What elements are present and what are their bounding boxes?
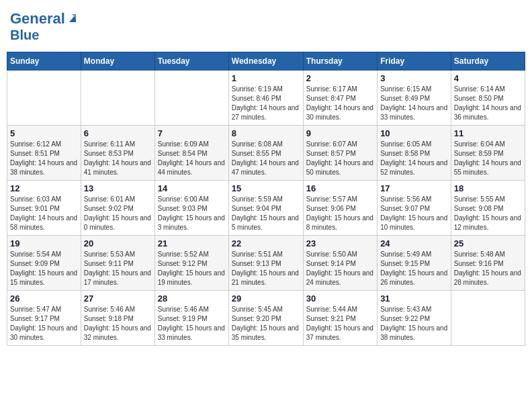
day-number: 2 [306,73,374,83]
calendar-header-row: SundayMondayTuesdayWednesdayThursdayFrid… [7,52,525,71]
calendar-cell: 11Sunrise: 6:04 AM Sunset: 8:59 PM Dayli… [451,126,525,181]
day-info: Sunrise: 5:56 AM Sunset: 9:07 PM Dayligh… [380,195,448,232]
calendar-table: SundayMondayTuesdayWednesdayThursdayFrid… [7,52,525,346]
calendar-cell [7,71,81,126]
day-number: 24 [380,238,448,248]
day-info: Sunrise: 5:57 AM Sunset: 9:06 PM Dayligh… [306,195,374,232]
weekday-header: Wednesday [228,52,303,71]
calendar-week-row: 12Sunrise: 6:03 AM Sunset: 9:01 PM Dayli… [7,181,525,236]
calendar-cell: 13Sunrise: 6:01 AM Sunset: 9:02 PM Dayli… [81,181,154,236]
day-number: 6 [84,128,152,138]
weekday-header: Thursday [303,52,377,71]
day-info: Sunrise: 6:01 AM Sunset: 9:02 PM Dayligh… [84,195,152,232]
calendar-cell [154,71,228,126]
day-info: Sunrise: 5:50 AM Sunset: 9:14 PM Dayligh… [306,250,374,287]
calendar-cell: 15Sunrise: 5:59 AM Sunset: 9:04 PM Dayli… [228,181,303,236]
day-number: 13 [84,183,152,193]
day-number: 9 [306,128,374,138]
calendar-cell: 7Sunrise: 6:09 AM Sunset: 8:54 PM Daylig… [154,126,228,181]
calendar-cell: 12Sunrise: 6:03 AM Sunset: 9:01 PM Dayli… [7,181,81,236]
day-number: 15 [232,183,300,193]
calendar-cell: 26Sunrise: 5:47 AM Sunset: 9:17 PM Dayli… [7,291,81,346]
calendar-cell: 19Sunrise: 5:54 AM Sunset: 9:09 PM Dayli… [7,236,81,291]
day-info: Sunrise: 5:45 AM Sunset: 9:20 PM Dayligh… [232,305,300,342]
weekday-header: Sunday [7,52,81,71]
day-number: 25 [454,238,522,248]
day-number: 17 [380,183,448,193]
day-info: Sunrise: 6:08 AM Sunset: 8:55 PM Dayligh… [232,140,300,177]
day-number: 31 [380,293,448,304]
day-info: Sunrise: 5:52 AM Sunset: 9:12 PM Dayligh… [158,250,226,287]
day-info: Sunrise: 6:12 AM Sunset: 8:51 PM Dayligh… [10,140,78,177]
calendar-cell: 29Sunrise: 5:45 AM Sunset: 9:20 PM Dayli… [228,291,303,346]
calendar-cell: 2Sunrise: 6:17 AM Sunset: 8:47 PM Daylig… [303,71,377,126]
calendar-cell: 10Sunrise: 6:05 AM Sunset: 8:58 PM Dayli… [378,126,451,181]
calendar-cell: 24Sunrise: 5:49 AM Sunset: 9:15 PM Dayli… [378,236,451,291]
calendar-body: 1Sunrise: 6:19 AM Sunset: 8:46 PM Daylig… [7,71,525,346]
calendar-cell: 27Sunrise: 5:46 AM Sunset: 9:18 PM Dayli… [81,291,154,346]
day-info: Sunrise: 6:03 AM Sunset: 9:01 PM Dayligh… [10,195,78,232]
day-info: Sunrise: 6:11 AM Sunset: 8:53 PM Dayligh… [84,140,152,177]
day-number: 19 [10,238,78,248]
day-info: Sunrise: 6:00 AM Sunset: 9:03 PM Dayligh… [158,195,226,232]
day-info: Sunrise: 5:51 AM Sunset: 9:13 PM Dayligh… [232,250,300,287]
day-number: 23 [306,238,374,248]
calendar-cell [81,71,154,126]
calendar-cell: 28Sunrise: 5:46 AM Sunset: 9:19 PM Dayli… [154,291,228,346]
calendar-cell: 9Sunrise: 6:07 AM Sunset: 8:57 PM Daylig… [303,126,377,181]
weekday-header: Friday [378,52,451,71]
calendar-cell: 22Sunrise: 5:51 AM Sunset: 9:13 PM Dayli… [228,236,303,291]
calendar-cell: 17Sunrise: 5:56 AM Sunset: 9:07 PM Dayli… [378,181,451,236]
logo: General Blue [10,10,79,43]
day-number: 18 [454,183,522,193]
calendar-cell: 6Sunrise: 6:11 AM Sunset: 8:53 PM Daylig… [81,126,154,181]
day-number: 1 [232,73,300,83]
day-info: Sunrise: 6:17 AM Sunset: 8:47 PM Dayligh… [306,85,374,122]
day-info: Sunrise: 6:09 AM Sunset: 8:54 PM Dayligh… [158,140,226,177]
day-info: Sunrise: 6:15 AM Sunset: 8:49 PM Dayligh… [380,85,448,122]
day-info: Sunrise: 5:47 AM Sunset: 9:17 PM Dayligh… [10,305,78,342]
day-info: Sunrise: 5:55 AM Sunset: 9:08 PM Dayligh… [454,195,522,232]
day-number: 5 [10,128,78,138]
day-info: Sunrise: 5:43 AM Sunset: 9:22 PM Dayligh… [380,305,448,342]
day-number: 7 [158,128,226,138]
day-info: Sunrise: 5:46 AM Sunset: 9:19 PM Dayligh… [158,305,226,342]
calendar-week-row: 5Sunrise: 6:12 AM Sunset: 8:51 PM Daylig… [7,126,525,181]
weekday-header: Saturday [451,52,525,71]
weekday-header: Tuesday [154,52,228,71]
day-number: 30 [306,293,374,304]
day-info: Sunrise: 5:44 AM Sunset: 9:21 PM Dayligh… [306,305,374,342]
logo-icon [66,11,79,24]
calendar-cell: 16Sunrise: 5:57 AM Sunset: 9:06 PM Dayli… [303,181,377,236]
day-number: 16 [306,183,374,193]
logo-text: General [10,10,65,28]
day-number: 28 [158,293,226,304]
day-info: Sunrise: 5:46 AM Sunset: 9:18 PM Dayligh… [84,305,152,342]
day-info: Sunrise: 6:05 AM Sunset: 8:58 PM Dayligh… [380,140,448,177]
day-number: 12 [10,183,78,193]
calendar-cell: 1Sunrise: 6:19 AM Sunset: 8:46 PM Daylig… [228,71,303,126]
calendar-week-row: 19Sunrise: 5:54 AM Sunset: 9:09 PM Dayli… [7,236,525,291]
calendar-cell: 30Sunrise: 5:44 AM Sunset: 9:21 PM Dayli… [303,291,377,346]
day-info: Sunrise: 5:59 AM Sunset: 9:04 PM Dayligh… [232,195,300,232]
day-info: Sunrise: 5:48 AM Sunset: 9:16 PM Dayligh… [454,250,522,287]
calendar-cell: 23Sunrise: 5:50 AM Sunset: 9:14 PM Dayli… [303,236,377,291]
day-number: 14 [158,183,226,193]
calendar-cell: 5Sunrise: 6:12 AM Sunset: 8:51 PM Daylig… [7,126,81,181]
day-info: Sunrise: 6:19 AM Sunset: 8:46 PM Dayligh… [232,85,300,122]
day-info: Sunrise: 6:14 AM Sunset: 8:50 PM Dayligh… [454,85,522,122]
page-header: General Blue [7,7,525,46]
day-info: Sunrise: 6:07 AM Sunset: 8:57 PM Dayligh… [306,140,374,177]
day-number: 27 [84,293,152,304]
day-info: Sunrise: 5:54 AM Sunset: 9:09 PM Dayligh… [10,250,78,287]
day-number: 21 [158,238,226,248]
calendar-week-row: 1Sunrise: 6:19 AM Sunset: 8:46 PM Daylig… [7,71,525,126]
calendar-cell: 14Sunrise: 6:00 AM Sunset: 9:03 PM Dayli… [154,181,228,236]
calendar-cell: 31Sunrise: 5:43 AM Sunset: 9:22 PM Dayli… [378,291,451,346]
calendar-cell: 4Sunrise: 6:14 AM Sunset: 8:50 PM Daylig… [451,71,525,126]
logo-blue: Blue [10,28,39,43]
calendar-cell: 3Sunrise: 6:15 AM Sunset: 8:49 PM Daylig… [378,71,451,126]
day-number: 4 [454,73,522,83]
calendar-cell: 20Sunrise: 5:53 AM Sunset: 9:11 PM Dayli… [81,236,154,291]
calendar-cell [451,291,525,346]
